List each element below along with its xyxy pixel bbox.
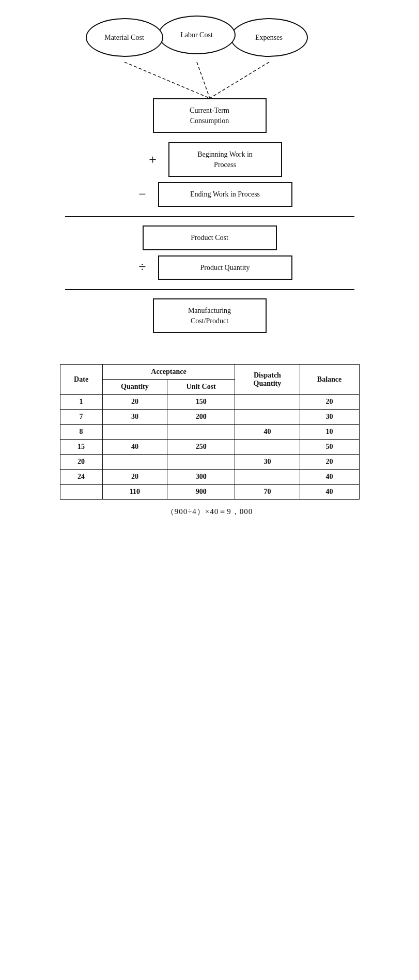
cell-unit (167, 455, 235, 470)
col-date: Date (60, 365, 102, 395)
cell-date: 24 (60, 470, 102, 485)
flow-box-current-term: Current-TermConsumption (153, 98, 267, 133)
cell-unit: 150 (167, 395, 235, 410)
cell-balance: 30 (300, 410, 359, 425)
svg-line-0 (125, 62, 210, 98)
cell-balance: 50 (300, 440, 359, 455)
col-unit-cost: Unit Cost (167, 380, 235, 395)
operator-minus: − (127, 187, 158, 202)
cell-unit: 200 (167, 410, 235, 425)
oval-material-label: Material Cost (104, 34, 144, 42)
cell-unit (167, 425, 235, 440)
flow-current-term-row: Current-TermConsumption (31, 98, 388, 133)
flow-product-qty-row: ÷ Product Quantity (31, 255, 388, 280)
oval-expenses: Expenses (230, 18, 308, 57)
cell-balance: 10 (300, 425, 359, 440)
flow-box-product-cost: Product Cost (143, 225, 277, 250)
table-row: 15 40 250 50 (60, 440, 359, 455)
cell-qty (102, 425, 167, 440)
cell-date: 20 (60, 455, 102, 470)
cell-dispatch (235, 395, 300, 410)
cell-unit: 250 (167, 440, 235, 455)
cell-date: 8 (60, 425, 102, 440)
cell-dispatch (235, 470, 300, 485)
flow-box-manufacturing: ManufacturingCost/Product (153, 298, 267, 333)
divider-2 (65, 289, 354, 290)
inventory-table: Date Acceptance DispatchQuantity Balance… (60, 364, 360, 500)
diagram: Material Cost Labor Cost Expenses (31, 16, 388, 333)
oval-labor: Labor Cost (158, 16, 236, 54)
operator-divide: ÷ (127, 260, 158, 275)
cell-balance: 40 (300, 470, 359, 485)
operator-plus: + (137, 152, 168, 168)
cell-dispatch (235, 410, 300, 425)
oval-material: Material Cost (86, 18, 163, 57)
svg-line-2 (210, 62, 269, 98)
ovals-row: Material Cost Labor Cost Expenses (86, 16, 334, 62)
total-unit: 900 (167, 485, 235, 500)
cell-qty: 20 (102, 470, 167, 485)
flow-ending-row: − Ending Work in Process (31, 182, 388, 207)
table-row: 7 30 200 30 (60, 410, 359, 425)
flow-box-ending: Ending Work in Process (158, 182, 292, 207)
oval-labor-label: Labor Cost (180, 31, 213, 39)
col-dispatch: DispatchQuantity (235, 365, 300, 395)
cell-dispatch: 40 (235, 425, 300, 440)
cell-date: 15 (60, 440, 102, 455)
col-acceptance: Acceptance (102, 365, 235, 380)
oval-expenses-label: Expenses (255, 34, 283, 42)
flow-box-product-qty: Product Quantity (158, 255, 292, 280)
table-row: 8 40 10 (60, 425, 359, 440)
total-label (60, 485, 102, 500)
cell-balance: 20 (300, 455, 359, 470)
cell-balance: 20 (300, 395, 359, 410)
cell-qty: 40 (102, 440, 167, 455)
total-dispatch: 70 (235, 485, 300, 500)
table-row: 1 20 150 20 (60, 395, 359, 410)
total-balance: 40 (300, 485, 359, 500)
table-section: Date Acceptance DispatchQuantity Balance… (31, 364, 388, 517)
cell-dispatch (235, 440, 300, 455)
flow-manufacturing-row: ManufacturingCost/Product (31, 298, 388, 333)
svg-line-1 (197, 62, 210, 98)
table-row: 20 30 20 (60, 455, 359, 470)
cell-dispatch: 30 (235, 455, 300, 470)
table-row: 24 20 300 40 (60, 470, 359, 485)
cell-qty: 20 (102, 395, 167, 410)
dashed-lines (86, 62, 334, 98)
col-quantity: Quantity (102, 380, 167, 395)
cell-date: 7 (60, 410, 102, 425)
divider-1 (65, 216, 354, 217)
cell-qty: 30 (102, 410, 167, 425)
cell-qty (102, 455, 167, 470)
flow-beginning-row: + Beginning Work inProcess (31, 142, 388, 177)
col-balance: Balance (300, 365, 359, 395)
formula: （900÷4）×40＝9，000 (31, 507, 388, 517)
total-qty: 110 (102, 485, 167, 500)
flow-product-cost-row: Product Cost (31, 225, 388, 250)
cell-date: 1 (60, 395, 102, 410)
cell-unit: 300 (167, 470, 235, 485)
flow-box-beginning: Beginning Work inProcess (168, 142, 282, 177)
table-totals-row: 110 900 70 40 (60, 485, 359, 500)
